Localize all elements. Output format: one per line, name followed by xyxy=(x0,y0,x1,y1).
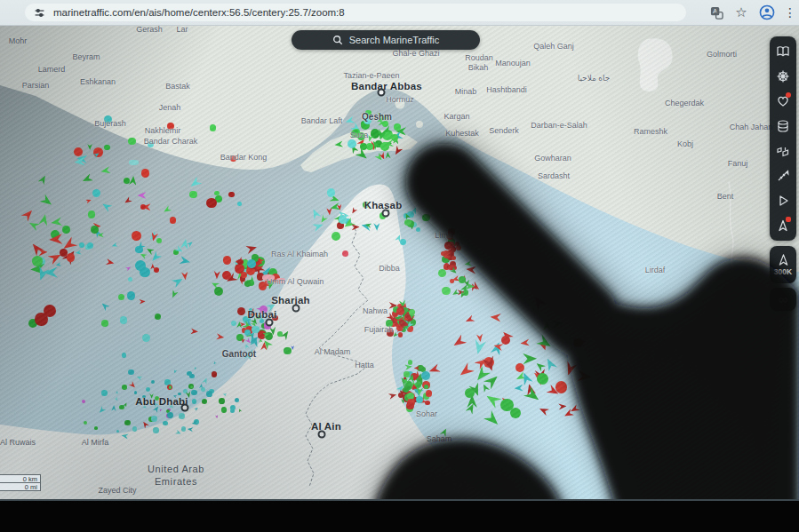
scale-mi: 0 mi xyxy=(0,482,41,491)
favorites-badge xyxy=(786,92,791,98)
vessel-count: 300K xyxy=(774,267,792,276)
guides-book-button[interactable] xyxy=(770,39,796,64)
vessel-lock-button[interactable] xyxy=(770,213,796,238)
hormuz-island xyxy=(396,99,405,109)
browser-toolbar: marinetraffic.com/en/ais/home/centerx:56… xyxy=(0,0,799,26)
profile-icon[interactable] xyxy=(756,0,778,25)
ship-wheel-icon xyxy=(776,69,790,83)
url-text[interactable]: marinetraffic.com/en/ais/home/centerx:56… xyxy=(53,7,345,18)
measure-button[interactable] xyxy=(770,163,796,188)
search-icon xyxy=(332,35,343,45)
map-search[interactable]: Search MarineTraffic xyxy=(292,30,480,50)
play-icon xyxy=(776,194,790,208)
playback-button[interactable] xyxy=(770,188,796,213)
vessel-count-icon xyxy=(777,253,790,266)
map-toolbar xyxy=(770,36,796,241)
infinity-button[interactable]: ∞ xyxy=(770,288,796,311)
tune-icon[interactable] xyxy=(34,7,45,19)
lock-badge xyxy=(786,217,791,222)
larak-island xyxy=(416,121,423,128)
address-bar[interactable]: marinetraffic.com/en/ais/home/centerx:56… xyxy=(25,4,686,21)
measure-icon xyxy=(776,169,790,183)
map-scale: 0 km 0 mi xyxy=(0,474,41,491)
marinetraffic-map[interactable]: GerashLarMohrBeyramLamerdParsianEshkanan… xyxy=(0,25,799,500)
favorites-button[interactable] xyxy=(770,89,796,114)
infinity-label: ∞ xyxy=(779,293,787,306)
translate-icon[interactable]: A xyxy=(706,0,727,25)
layers-icon xyxy=(776,119,790,133)
photographed-screen: marinetraffic.com/en/ais/home/centerx:56… xyxy=(0,0,799,532)
fleet-icon xyxy=(776,144,790,158)
vessel-count-button[interactable]: 300K xyxy=(770,246,796,283)
layers-button[interactable] xyxy=(770,114,796,139)
search-placeholder: Search MarineTraffic xyxy=(349,35,439,45)
svg-text:A: A xyxy=(713,7,717,15)
bookmark-star-icon[interactable]: ☆ xyxy=(731,0,752,25)
basemap xyxy=(0,25,799,500)
book-icon xyxy=(776,44,790,59)
screen-bezel xyxy=(0,499,799,532)
fleet-button[interactable] xyxy=(770,139,796,163)
menu-kebab-icon[interactable]: ⋮ xyxy=(781,0,799,25)
ship-wheel-button[interactable] xyxy=(770,64,796,89)
